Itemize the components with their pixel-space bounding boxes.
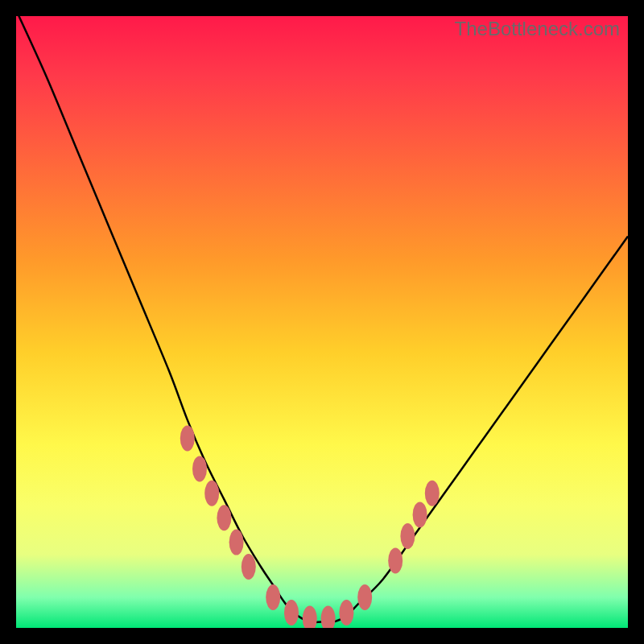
- highlight-dot: [192, 456, 207, 481]
- watermark-text: TheBottleneck.com: [455, 18, 620, 40]
- highlight-dot: [180, 425, 195, 451]
- highlight-dot: [217, 505, 231, 530]
- highlight-dot: [204, 481, 219, 506]
- highlight-dot: [242, 554, 256, 580]
- highlight-dot: [229, 530, 244, 555]
- bottleneck-chart: [16, 16, 628, 628]
- highlight-dots: [180, 425, 440, 628]
- bottleneck-curve: [16, 16, 628, 622]
- highlight-dot: [388, 547, 402, 573]
- highlight-dot: [400, 523, 415, 549]
- highlight-dot: [321, 606, 336, 628]
- highlight-dot: [413, 502, 427, 527]
- highlight-dot: [266, 584, 280, 610]
- highlight-dot: [303, 606, 317, 628]
- highlight-dot: [284, 600, 299, 625]
- chart-area: TheBottleneck.com: [16, 16, 628, 628]
- highlight-dot: [339, 600, 353, 625]
- highlight-dot: [425, 481, 440, 506]
- highlight-dot: [357, 584, 372, 610]
